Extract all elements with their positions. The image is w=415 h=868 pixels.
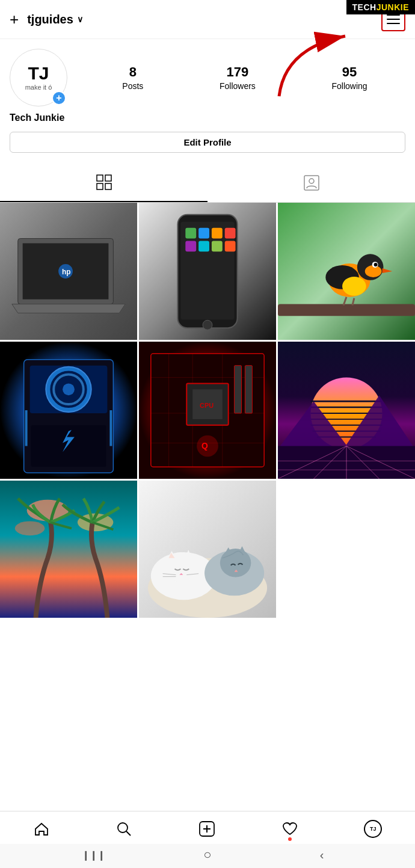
svg-rect-1 [97, 175, 103, 181]
nav-bar: TJ [0, 811, 415, 844]
svg-rect-22 [225, 241, 236, 251]
nav-activity[interactable] [274, 818, 306, 840]
add-button[interactable]: + [10, 10, 19, 29]
system-recent-button[interactable]: ‹ [315, 848, 329, 862]
profile-section: TJ make it ó + 8 Posts 179 Followers 95 … [0, 39, 415, 160]
profile-stats-row: TJ make it ó + 8 Posts 179 Followers 95 … [10, 49, 405, 106]
grid-item[interactable]: hp [0, 203, 137, 340]
svg-point-30 [365, 265, 382, 277]
svg-point-28 [342, 277, 366, 296]
svg-rect-4 [105, 183, 111, 189]
svg-rect-16 [198, 228, 209, 239]
grid-item[interactable] [139, 203, 276, 340]
avatar-add-button[interactable]: + [52, 91, 66, 105]
svg-rect-58 [245, 366, 252, 413]
svg-rect-20 [198, 241, 209, 251]
recent-apps-icon: ❙❙❙ [82, 849, 105, 861]
menu-line-1 [387, 14, 400, 16]
avatar-initials: TJ [28, 64, 49, 82]
username-text: tjguides [27, 13, 73, 26]
tab-bar [0, 167, 415, 203]
home-icon [33, 820, 50, 837]
svg-rect-44 [25, 410, 28, 446]
svg-rect-21 [212, 241, 223, 251]
system-home-button[interactable]: ○ [200, 848, 215, 862]
svg-point-23 [203, 320, 212, 330]
svg-text:CPU: CPU [200, 402, 214, 409]
svg-rect-45 [109, 410, 112, 446]
svg-point-32 [374, 263, 378, 266]
svg-point-100 [118, 823, 128, 833]
watermark: TECHJUNKIE [346, 0, 415, 14]
system-back-button[interactable]: ❙❙❙ [86, 848, 100, 862]
grid-item[interactable] [139, 481, 276, 618]
watermark-tech: TECH [352, 2, 377, 12]
person-tag-icon [304, 175, 319, 194]
following-count: 95 [342, 64, 357, 80]
following-label: Following [332, 81, 367, 91]
chevron-down-icon: ∨ [77, 14, 83, 24]
add-post-icon [198, 820, 215, 837]
avatar-container[interactable]: TJ make it ó + [10, 49, 67, 106]
svg-point-96 [220, 549, 251, 577]
home-circle-icon: ○ [203, 847, 211, 863]
profile-name: Tech Junkie [10, 112, 405, 129]
svg-rect-25 [278, 304, 415, 316]
posts-count: 8 [129, 64, 137, 80]
menu-line-2 [387, 19, 400, 20]
stats-container: 8 Posts 179 Followers 95 Following [84, 64, 405, 91]
svg-rect-3 [97, 183, 103, 189]
nav-avatar: TJ [364, 820, 382, 838]
posts-stat[interactable]: 8 Posts [122, 64, 143, 91]
back-arrow-icon: ‹ [320, 848, 324, 862]
grid-icon [96, 174, 112, 194]
grid-item[interactable] [278, 203, 415, 340]
tab-grid[interactable] [0, 167, 208, 202]
watermark-junkie: JUNKIE [377, 2, 409, 12]
posts-label: Posts [122, 81, 143, 91]
svg-point-6 [309, 179, 314, 183]
menu-line-3 [387, 23, 400, 24]
svg-rect-19 [185, 241, 196, 251]
tab-tagged[interactable] [208, 167, 415, 202]
followers-label: Followers [220, 81, 256, 91]
search-icon [115, 820, 132, 837]
photo-grid: hp [0, 203, 415, 618]
svg-text:Q: Q [201, 441, 208, 451]
svg-line-101 [126, 831, 131, 836]
svg-point-83 [15, 521, 45, 535]
grid-item[interactable] [0, 342, 137, 479]
nav-profile[interactable]: TJ [357, 817, 389, 840]
username-button[interactable]: tjguides ∨ [27, 13, 83, 26]
edit-profile-button[interactable]: Edit Profile [10, 132, 405, 153]
svg-text:hp: hp [62, 268, 71, 276]
grid-item[interactable]: CPU Q [139, 342, 276, 479]
svg-rect-17 [212, 228, 223, 239]
svg-rect-18 [225, 228, 236, 239]
grid-item[interactable] [0, 481, 137, 618]
following-stat[interactable]: 95 Following [332, 64, 367, 91]
followers-count: 179 [227, 64, 249, 80]
header-left: + tjguides ∨ [10, 10, 83, 29]
bottom-nav: TJ ❙❙❙ ○ ‹ [0, 811, 415, 868]
nav-search[interactable] [108, 818, 140, 840]
svg-rect-2 [105, 175, 111, 181]
system-bar: ❙❙❙ ○ ‹ [0, 844, 415, 868]
nav-home[interactable] [26, 818, 57, 840]
nav-avatar-initials: TJ [370, 826, 377, 832]
grid-item[interactable] [278, 342, 415, 479]
avatar-subtitle: make it ó [25, 84, 52, 91]
svg-rect-15 [185, 228, 196, 239]
heart-icon [281, 820, 298, 837]
activity-dot [288, 837, 292, 841]
nav-add-post[interactable] [191, 818, 223, 840]
followers-stat[interactable]: 179 Followers [220, 64, 256, 91]
svg-rect-57 [235, 366, 242, 413]
svg-point-40 [63, 383, 75, 395]
